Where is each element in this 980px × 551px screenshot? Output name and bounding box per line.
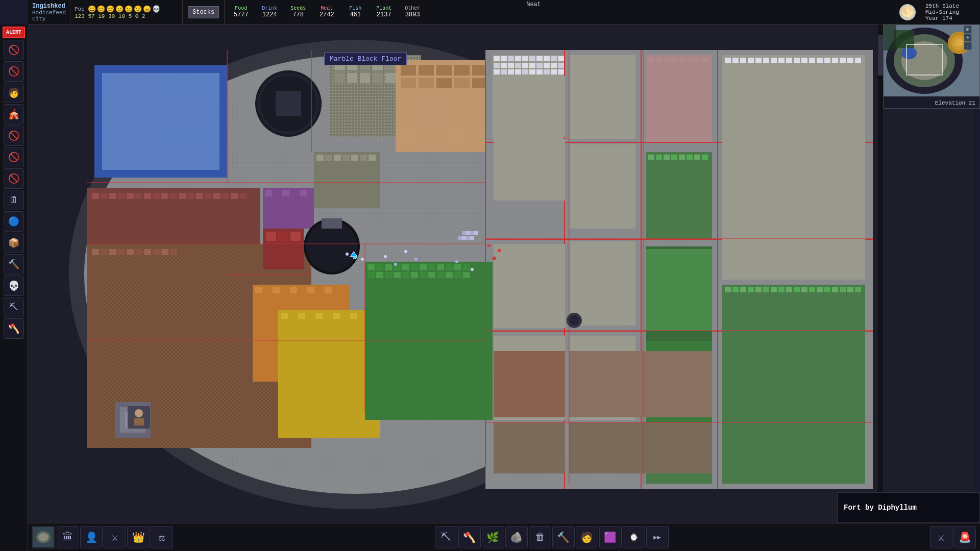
svg-rect-300	[487, 244, 491, 247]
tooltip: Marble Block Floor	[324, 53, 407, 65]
bottom-icon-combat2[interactable]: ⚔	[930, 526, 952, 548]
svg-rect-140	[264, 287, 271, 293]
food-resource: Food 5777	[231, 6, 251, 18]
svg-rect-199	[342, 155, 350, 161]
svg-rect-101	[687, 155, 693, 160]
bottom-icon-build2[interactable]: 🔨	[552, 526, 575, 548]
sidebar-icon-6[interactable]: 🚫	[4, 147, 24, 167]
other-value: 3893	[405, 11, 420, 18]
minimap-svg: ⊞ + -	[884, 25, 979, 96]
svg-rect-147	[325, 287, 332, 293]
bottom-icon-smooth2[interactable]: 🪨	[505, 526, 528, 548]
game-scene[interactable]: Marble Block Floor	[28, 24, 974, 523]
svg-rect-142	[281, 287, 288, 293]
bottom-icon-gather2[interactable]: 🌿	[482, 526, 504, 548]
stocks-button[interactable]: Stocks	[188, 6, 219, 18]
fort-info-text: Fort by Diphyllum	[844, 504, 917, 512]
alert-button[interactable]: ALERT	[3, 27, 25, 38]
bottom-icon-military[interactable]: ⚔	[104, 526, 126, 548]
fish-label: Fish	[349, 6, 361, 11]
bottom-icon-more[interactable]: ▶▶	[646, 526, 669, 548]
svg-text:+: +	[966, 35, 969, 41]
sidebar-icon-13[interactable]: ⛏	[4, 297, 24, 317]
sidebar-icon-4[interactable]: 🎪	[4, 104, 24, 124]
minimap: ⊞ + - Elevation 21	[883, 24, 980, 109]
bottom-icon-alert2[interactable]: 🚨	[953, 526, 976, 548]
svg-rect-184	[454, 272, 461, 278]
svg-rect-185	[463, 272, 470, 278]
svg-rect-264	[809, 287, 815, 292]
svg-rect-96	[648, 155, 654, 160]
svg-rect-226	[646, 249, 712, 331]
plant-value: 2137	[377, 11, 391, 18]
svg-rect-36	[401, 65, 416, 76]
svg-rect-65	[558, 56, 564, 61]
sidebar-icon-7[interactable]: 🚫	[4, 168, 24, 189]
sidebar-icon-1[interactable]: 🚫	[4, 40, 24, 60]
sidebar-icon-9[interactable]: 🔵	[4, 211, 24, 232]
svg-point-209	[361, 258, 364, 261]
svg-rect-313	[884, 25, 896, 51]
svg-rect-115	[153, 193, 160, 199]
date-season: Mid-Spring	[925, 9, 974, 15]
food-label: Food	[235, 6, 247, 11]
drink-resource: Drink 1224	[259, 6, 280, 18]
svg-rect-266	[824, 287, 830, 292]
svg-rect-177	[394, 272, 401, 278]
svg-rect-242	[786, 58, 792, 63]
plant-resource: Plant 2137	[374, 6, 394, 18]
svg-rect-228	[569, 422, 712, 473]
bottom-icon-portrait2[interactable]: 🧑	[576, 526, 598, 548]
svg-rect-267	[832, 287, 838, 292]
left-sidebar: ALERT 🚫 🚫 🧑 🎪 🚫 🚫 🚫 🗓 🔵 📦 🔨 💀 ⛏ 🪓	[0, 24, 28, 551]
food-value: 5777	[234, 11, 249, 18]
svg-rect-70	[522, 63, 528, 68]
fish-resource: Fish 461	[345, 6, 365, 18]
sidebar-icon-3[interactable]: 🧑	[4, 83, 24, 103]
svg-rect-123	[222, 193, 229, 199]
bottom-icon-erase2[interactable]: 🗑	[529, 526, 551, 548]
svg-rect-37	[419, 65, 434, 76]
scroll-indicator[interactable]	[877, 24, 883, 523]
svg-rect-69	[515, 63, 521, 68]
sidebar-icon-10[interactable]: 📦	[4, 233, 24, 253]
svg-rect-191	[300, 190, 307, 196]
sidebar-icon-12[interactable]: 💀	[4, 276, 24, 296]
svg-rect-42	[419, 78, 434, 88]
svg-rect-139	[255, 287, 262, 293]
bottom-icon-trade[interactable]: ⚖	[151, 526, 173, 548]
svg-rect-129	[101, 249, 108, 255]
svg-rect-167	[411, 264, 418, 270]
sidebar-icon-5[interactable]: 🚫	[4, 126, 24, 146]
svg-rect-110	[109, 193, 116, 199]
bottom-icon-watch2[interactable]: ⌚	[623, 526, 645, 548]
sidebar-icon-11[interactable]: 🔨	[4, 254, 24, 274]
svg-rect-102	[694, 155, 700, 160]
svg-rect-259	[771, 287, 777, 292]
bottom-icon-nobles[interactable]: 👑	[127, 526, 150, 548]
svg-rect-166	[402, 264, 409, 270]
sidebar-icon-2[interactable]: 🚫	[4, 61, 24, 82]
svg-rect-14	[94, 65, 102, 178]
sidebar-icon-8[interactable]: 🗓	[4, 190, 24, 210]
svg-rect-174	[368, 272, 375, 278]
bottom-icon-dig[interactable]: ⛏	[435, 526, 457, 548]
bottom-icon-build[interactable]: 🏛	[57, 526, 79, 548]
bottom-icon-units[interactable]: 👤	[80, 526, 103, 548]
svg-rect-178	[402, 272, 409, 278]
elevation-text: Elevation 21	[935, 100, 975, 106]
svg-rect-146	[316, 287, 323, 293]
bottom-icon-chop2[interactable]: 🪓	[458, 526, 481, 548]
sidebar-icon-14[interactable]: 🪓	[4, 318, 24, 339]
svg-rect-145	[307, 287, 314, 293]
face-7: 😠	[143, 5, 151, 13]
minimap-canvas[interactable]: ⊞ + -	[884, 25, 979, 96]
svg-rect-225	[646, 55, 712, 139]
face-2: 😊	[97, 5, 105, 13]
bottom-icon-stocks3[interactable]: 🟪	[599, 526, 622, 548]
seeds-label: Seeds	[290, 6, 306, 11]
pop-label: Pop	[75, 6, 85, 12]
bottom-map-icon[interactable]	[32, 526, 55, 548]
svg-rect-243	[794, 58, 800, 63]
svg-rect-269	[847, 287, 853, 292]
